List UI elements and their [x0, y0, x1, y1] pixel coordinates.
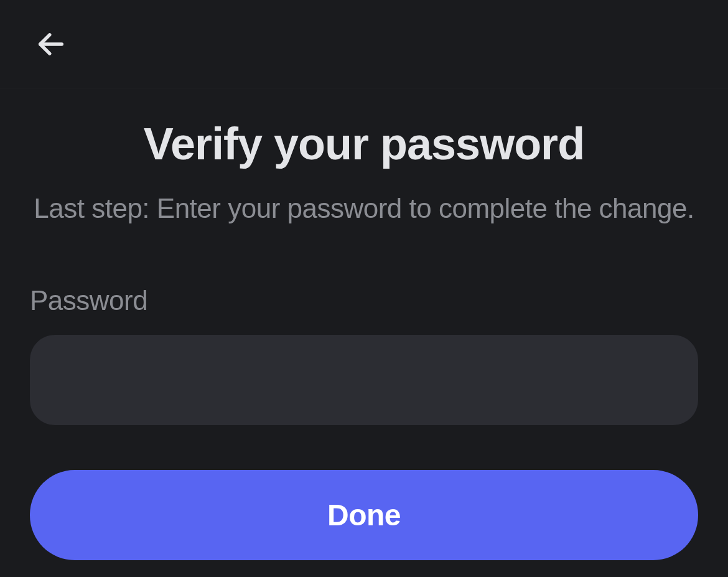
- arrow-left-icon: [35, 28, 67, 60]
- password-label: Password: [30, 285, 698, 316]
- done-button[interactable]: Done: [30, 470, 698, 560]
- back-button[interactable]: [32, 26, 70, 63]
- main-content: Verify your password Last step: Enter yo…: [0, 88, 728, 560]
- password-field-group: Password: [30, 285, 698, 425]
- password-input[interactable]: [30, 335, 698, 425]
- header: [0, 0, 728, 88]
- page-subtitle: Last step: Enter your password to comple…: [30, 193, 698, 224]
- page-title: Verify your password: [30, 118, 698, 169]
